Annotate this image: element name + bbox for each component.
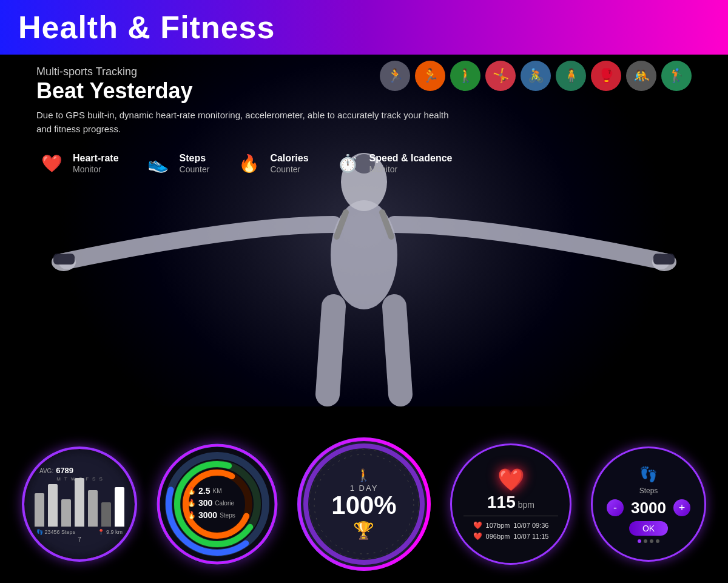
header: Health & Fitness: [0, 0, 728, 55]
watch2-info: 🔥 2.5 KM 🔥 300 Calorie 🔥 3000 Steps: [187, 486, 248, 522]
watch-heart-rate: ❤️ 115 bpm ❤️ 107bpm 10/07 09:36 ❤️ 096b…: [450, 443, 571, 565]
calories-icon: 🔥: [234, 148, 264, 178]
steps-counter-label: Steps: [639, 487, 658, 495]
main-title: Beat Yesterday: [36, 78, 193, 104]
feature-steps-title: Steps: [180, 152, 210, 164]
features-row: ❤️ Heart-rate Monitor 👟 Steps Counter 🔥 …: [36, 148, 692, 178]
plus-button[interactable]: +: [673, 499, 690, 516]
sport-icon-gymnastics: 🤸: [485, 61, 516, 91]
watch3-trophy: 🏆: [331, 521, 396, 541]
km-unit: KM: [212, 488, 221, 494]
header-title: Health & Fitness: [18, 9, 275, 45]
watch3-inner: 🚶 1 DAY 100% 🏆: [331, 468, 396, 541]
minus-button[interactable]: -: [607, 499, 624, 516]
steps-controls[interactable]: - 3000 +: [607, 499, 690, 517]
feature-calories-title: Calories: [270, 152, 308, 164]
dot-1: [638, 539, 641, 543]
bpm-unit: bpm: [518, 500, 534, 510]
watch-calories-ring: 🔥 2.5 KM 🔥 300 Calorie 🔥 3000 Steps: [157, 443, 278, 565]
steps-counter-icon: 👣: [639, 466, 658, 483]
km-value: 2.5: [198, 486, 210, 496]
heart-entry-2: ❤️ 096bpm 10/07 11:15: [473, 532, 549, 541]
steps-counter-value: 3000: [631, 499, 666, 517]
entry1-bpm: 107bpm: [486, 522, 510, 529]
sport-icon-run-dark: 🏃: [380, 61, 410, 91]
sport-icon-cycle: 🚴: [521, 61, 551, 91]
sport-icon-run-orange: 🏃: [415, 61, 445, 91]
calorie-value: 300: [198, 498, 212, 508]
sports-icons-row: 🏃 🏃 🚶 🤸 🚴 🧍 🥊 🤼 🏌️: [380, 61, 692, 91]
sport-icon-wrestle: 🤼: [626, 61, 656, 91]
calorie-unit: Calorie: [215, 500, 234, 507]
sport-icon-golf: 🏌️: [661, 61, 692, 91]
speed-icon: ⏱️: [333, 148, 363, 178]
description: Due to GPS built-in, dynamic heart-rate …: [36, 109, 461, 136]
page-dots: [638, 539, 659, 543]
feature-heart-rate: ❤️ Heart-rate Monitor: [36, 148, 119, 178]
entry2-bpm: 096bpm: [486, 533, 510, 540]
bpm-main: 115: [487, 493, 516, 512]
feature-heart-title: Heart-rate: [73, 152, 119, 164]
divider: [463, 516, 558, 516]
feature-calories: 🔥 Calories Counter: [234, 148, 308, 178]
feature-steps: 👟 Steps Counter: [143, 148, 210, 178]
sport-icon-stand: 🧍: [556, 61, 586, 91]
ok-button[interactable]: OK: [629, 521, 668, 536]
feature-speed-title: Speed & Icadence: [369, 152, 453, 164]
entry1-date: 10/07 09:36: [513, 522, 548, 529]
info-section: Multi-sports Tracking Beat Yesterday 🏃 🏃…: [0, 55, 728, 190]
dot-3: [650, 539, 653, 543]
watch-progress: 🚶 1 DAY 100% 🏆: [297, 437, 431, 571]
feature-speed-sub: Monitor: [369, 164, 453, 174]
watch-steps-counter: 👣 Steps - 3000 + OK: [591, 447, 706, 562]
feature-steps-sub: Counter: [180, 164, 210, 174]
steps-unit: Steps: [220, 512, 235, 519]
dot-4: [656, 539, 659, 543]
dot-2: [644, 539, 647, 543]
steps-icon: 👟: [143, 148, 174, 178]
watch3-figure: 🚶: [331, 468, 396, 482]
feature-speed: ⏱️ Speed & Icadence Monitor: [333, 148, 453, 178]
subtitle: Multi-sports Tracking: [36, 66, 193, 78]
sport-icon-box: 🥊: [591, 61, 621, 91]
watches-section: AVG: 6789 M T W T F S S: [0, 431, 728, 577]
sport-icon-walk: 🚶: [450, 61, 480, 91]
heart-entry-1: ❤️ 107bpm 10/07 09:36: [473, 521, 549, 530]
entry2-date: 10/07 11:15: [513, 533, 548, 540]
steps-value: 3000: [198, 510, 217, 520]
watch-steps-bar: AVG: 6789 M T W T F S S: [22, 447, 137, 562]
watch3-percent: 100%: [331, 493, 396, 518]
heart-icon: ❤️: [497, 467, 525, 493]
feature-heart-sub: Monitor: [73, 164, 119, 174]
feature-calories-sub: Counter: [270, 164, 308, 174]
heart-rate-icon: ❤️: [36, 148, 67, 178]
